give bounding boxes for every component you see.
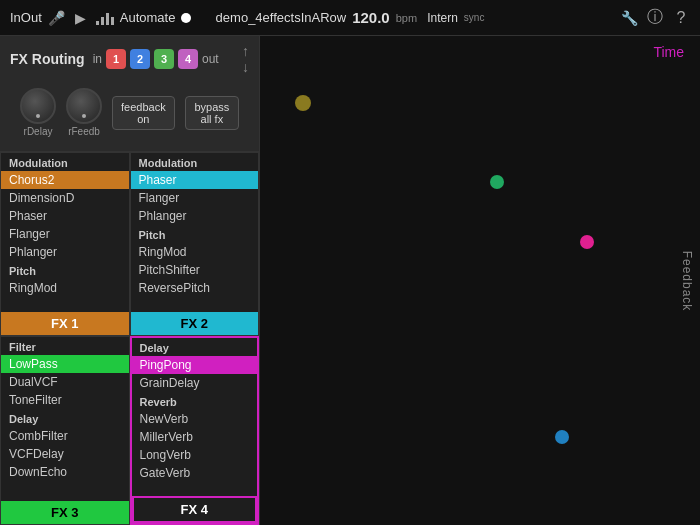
fx3-footer[interactable]: FX 3 xyxy=(1,501,129,524)
automate-dot xyxy=(181,13,191,23)
fx-routing-title: FX Routing xyxy=(10,51,85,67)
play-icon[interactable]: ▶ xyxy=(72,9,90,27)
arrow-up-icon[interactable]: ↑ xyxy=(242,44,249,58)
sync-label: Intern xyxy=(427,11,458,25)
fx2-pitchshifter[interactable]: PitchShifter xyxy=(131,261,259,279)
fx3-box: Filter LowPass DualVCF ToneFilter Delay … xyxy=(0,336,130,526)
fx1-box: Modulation Chorus2 DimensionD Phaser Fla… xyxy=(0,152,130,336)
routing-arrows: ↑ ↓ xyxy=(242,44,249,74)
time-label: Time xyxy=(653,44,684,60)
fx2-phlanger[interactable]: Phlanger xyxy=(131,207,259,225)
wrench-icon[interactable]: 🔧 xyxy=(620,9,638,27)
fx2-phaser[interactable]: Phaser xyxy=(131,171,259,189)
song-title: demo_4effectsInARow xyxy=(216,10,347,25)
fx4-footer[interactable]: FX 4 xyxy=(132,496,258,523)
top-bar: InOut 🎤 ▶ Automate demo_4effectsInARow 1… xyxy=(0,0,700,36)
routing-btn-3[interactable]: 3 xyxy=(154,49,174,69)
mic-icon[interactable]: 🎤 xyxy=(48,9,66,27)
fx2-footer[interactable]: FX 2 xyxy=(131,312,259,335)
fx3-delay-label: Delay xyxy=(1,411,129,427)
fx2-box: Modulation Phaser Flanger Phlanger Pitch… xyxy=(130,152,260,336)
routing-btn-2[interactable]: 2 xyxy=(130,49,150,69)
fx-routing-controls: in 1 2 3 4 out xyxy=(93,49,219,69)
fx4-newverb[interactable]: NewVerb xyxy=(132,410,258,428)
fx3-downecho[interactable]: DownEcho xyxy=(1,463,129,481)
fx1-ringmod[interactable]: RingMod xyxy=(1,279,129,297)
dot-olive xyxy=(295,95,311,111)
inout-button[interactable]: InOut xyxy=(10,10,42,25)
fx4-reverb-label: Reverb xyxy=(132,394,258,410)
right-panel: Time Feedback xyxy=(260,36,700,525)
fx3-vcfdelay[interactable]: VCFDelay xyxy=(1,445,129,463)
rdelay-label: rDelay xyxy=(24,126,53,137)
fx4-pingpong[interactable]: PingPong xyxy=(132,356,258,374)
fx4-graindelay[interactable]: GrainDelay xyxy=(132,374,258,392)
in-label: in xyxy=(93,52,102,66)
fx1-phaser[interactable]: Phaser xyxy=(1,207,129,225)
feedback-on-button[interactable]: feedback on xyxy=(112,96,175,130)
fx3-lowpass[interactable]: LowPass xyxy=(1,355,129,373)
fx2-pitch-label: Pitch xyxy=(131,227,259,243)
fx1-flanger[interactable]: Flanger xyxy=(1,225,129,243)
bpm-value[interactable]: 120.0 xyxy=(352,9,390,26)
routing-btn-1[interactable]: 1 xyxy=(106,49,126,69)
fx-routing-header: FX Routing in 1 2 3 4 out ↑ ↓ xyxy=(10,44,249,74)
routing-btn-4[interactable]: 4 xyxy=(178,49,198,69)
fx3-filter-label: Filter xyxy=(1,339,129,355)
rdelay-knob[interactable] xyxy=(20,88,56,124)
dot-blue xyxy=(555,430,569,444)
dot-magenta xyxy=(580,235,594,249)
sync-sub: sync xyxy=(464,12,485,23)
fx4-gateverb[interactable]: GateVerb xyxy=(132,464,258,482)
fx3-tonefilter[interactable]: ToneFilter xyxy=(1,391,129,409)
topbar-right: 🔧 ⓘ ? xyxy=(620,9,690,27)
fx-grid: Modulation Chorus2 DimensionD Phaser Fla… xyxy=(0,152,259,525)
fx1-dimensiond[interactable]: DimensionD xyxy=(1,189,129,207)
knob2-wrap: rFeedb xyxy=(66,88,102,137)
fx3-dualvcf[interactable]: DualVCF xyxy=(1,373,129,391)
fx4-delay-label: Delay xyxy=(132,340,258,356)
fx1-modulation-label: Modulation xyxy=(1,155,129,171)
dot-teal xyxy=(490,175,504,189)
fx2-flanger[interactable]: Flanger xyxy=(131,189,259,207)
knob1-wrap: rDelay xyxy=(20,88,56,137)
rfeedb-knob[interactable] xyxy=(66,88,102,124)
fx2-modulation-label: Modulation xyxy=(131,155,259,171)
fx1-pitch-label: Pitch xyxy=(1,263,129,279)
fx4-longverb[interactable]: LongVerb xyxy=(132,446,258,464)
fx1-chorus2[interactable]: Chorus2 xyxy=(1,171,129,189)
out-label: out xyxy=(202,52,219,66)
bypass-all-button[interactable]: bypass all fx xyxy=(185,96,239,130)
fx4-millerverb[interactable]: MillerVerb xyxy=(132,428,258,446)
fx2-ringmod[interactable]: RingMod xyxy=(131,243,259,261)
fx3-combfilter[interactable]: CombFilter xyxy=(1,427,129,445)
bpm-unit: bpm xyxy=(396,12,417,24)
bars-icon[interactable] xyxy=(96,11,114,25)
automate-button[interactable]: Automate xyxy=(120,10,176,25)
info-icon[interactable]: ⓘ xyxy=(646,9,664,27)
question-icon[interactable]: ? xyxy=(672,9,690,27)
topbar-center: demo_4effectsInARow 120.0 bpm Intern syn… xyxy=(216,9,485,26)
fx1-footer[interactable]: FX 1 xyxy=(1,312,129,335)
fx-routing-section: FX Routing in 1 2 3 4 out ↑ ↓ rDelay xyxy=(0,36,259,152)
fx1-phlanger[interactable]: Phlanger xyxy=(1,243,129,261)
main: FX Routing in 1 2 3 4 out ↑ ↓ rDelay xyxy=(0,36,700,525)
feedback-label: Feedback xyxy=(680,250,694,311)
left-panel: FX Routing in 1 2 3 4 out ↑ ↓ rDelay xyxy=(0,36,260,525)
fx2-reversepitch[interactable]: ReversePitch xyxy=(131,279,259,297)
topbar-left: InOut 🎤 ▶ Automate xyxy=(10,9,191,27)
fx4-box: Delay PingPong GrainDelay Reverb NewVerb… xyxy=(130,336,260,526)
rfeedb-label: rFeedb xyxy=(68,126,100,137)
arrow-down-icon[interactable]: ↓ xyxy=(242,60,249,74)
knobs-row: rDelay rFeedb feedback on bypass all fx xyxy=(10,82,249,143)
